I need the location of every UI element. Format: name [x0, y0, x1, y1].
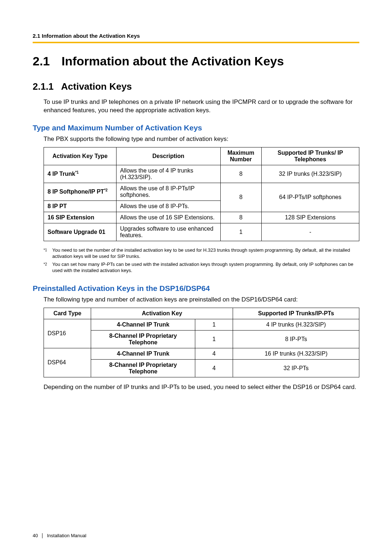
key-type-label: 8 IP Softphone/IP PT — [48, 189, 104, 195]
blue-heading-1: Type and Maximum Number of Activation Ke… — [33, 123, 359, 132]
supported-cell: 4 IP trunks (H.323/SIP) — [233, 319, 359, 330]
supported-cell: 64 IP-PTs/IP softphones — [261, 183, 359, 212]
table-row: 8 IP Softphone/IP PT*2 Allows the use of… — [44, 183, 359, 200]
activation-key-cell: 4-Channel IP Trunk — [91, 319, 195, 330]
intro-paragraph: To use IP trunks and IP telephones on a … — [44, 98, 359, 115]
footnote-marker: *1 — [44, 247, 50, 260]
max-cell: 8 — [220, 165, 261, 183]
key-type-cell: 4 IP Trunk*1 — [44, 165, 117, 183]
blue1-intro: The PBX supports the following type and … — [44, 135, 359, 143]
blue-heading-2: Preinstalled Activation Keys in the DSP1… — [33, 284, 359, 293]
section-title: Information about the Activation Keys — [61, 54, 284, 68]
max-cell: 8 — [220, 212, 261, 223]
manual-name: Installation Manual — [47, 533, 86, 538]
count-cell: 4 — [195, 359, 233, 377]
activation-keys-table: Activation Key Type Description Maximum … — [44, 147, 359, 241]
description-cell: Allows the use of 8 IP-PTs/IP softphones… — [116, 183, 220, 200]
table-header-row: Card Type Activation Key Supported IP Tr… — [44, 308, 359, 319]
section-heading: 2.1 Information about the Activation Key… — [33, 54, 359, 68]
col-header: Card Type — [44, 308, 91, 319]
subsection-heading: 2.1.1 Activation Keys — [33, 81, 359, 92]
description-cell: Allows the use of 16 SIP Extensions. — [116, 212, 220, 223]
col-header: Activation Key — [91, 308, 233, 319]
max-cell: 8 — [220, 183, 261, 212]
blue2-intro: The following type and number of activat… — [44, 296, 359, 304]
table-row: DSP64 4-Channel IP Trunk 4 16 IP trunks … — [44, 348, 359, 359]
subsection-number: 2.1.1 — [33, 81, 59, 92]
footnote-text: You need to set the number of the instal… — [52, 247, 359, 260]
key-type-cell: 16 SIP Extension — [44, 212, 117, 223]
card-type-cell: DSP16 — [44, 319, 91, 348]
supported-cell: 8 IP-PTs — [233, 330, 359, 348]
footnote-ref: *1 — [75, 170, 78, 174]
key-type-cell: Software Upgrade 01 — [44, 223, 117, 241]
footer-divider — [42, 533, 42, 538]
key-type-label: 4 IP Trunk — [48, 171, 75, 177]
footnote-marker: *2 — [44, 261, 50, 274]
table-row: 8-Channel IP Proprietary Telephone 1 8 I… — [44, 330, 359, 348]
supported-cell: 16 IP trunks (H.323/SIP) — [233, 348, 359, 359]
description-cell: Allows the use of 4 IP trunks (H.323/SIP… — [116, 165, 220, 183]
supported-cell: 32 IP-PTs — [233, 359, 359, 377]
key-type-cell: 8 IP PT — [44, 200, 117, 212]
subsection-title: Activation Keys — [61, 81, 132, 92]
closing-paragraph: Depending on the number of IP trunks and… — [44, 383, 359, 392]
running-header: 2.1 Information about the Activation Key… — [33, 33, 359, 39]
count-cell: 1 — [195, 319, 233, 330]
footnote-ref: *2 — [104, 188, 107, 192]
key-type-cell: 8 IP Softphone/IP PT*2 — [44, 183, 117, 200]
col-header: Maximum Number — [220, 147, 261, 165]
table-row: 16 SIP Extension Allows the use of 16 SI… — [44, 212, 359, 223]
table-row: DSP16 4-Channel IP Trunk 1 4 IP trunks (… — [44, 319, 359, 330]
col-header: Activation Key Type — [44, 147, 117, 165]
section-number: 2.1 — [33, 54, 58, 68]
supported-cell: 32 IP trunks (H.323/SIP) — [261, 165, 359, 183]
activation-key-cell: 8-Channel IP Proprietary Telephone — [91, 330, 195, 348]
table-header-row: Activation Key Type Description Maximum … — [44, 147, 359, 165]
activation-key-cell: 8-Channel IP Proprietary Telephone — [91, 359, 195, 377]
table-row: 4 IP Trunk*1 Allows the use of 4 IP trun… — [44, 165, 359, 183]
footnotes-block: *1 You need to set the number of the ins… — [44, 247, 359, 274]
description-cell: Upgrades software to use enhanced featur… — [116, 223, 220, 241]
supported-cell: - — [261, 223, 359, 241]
table-row: 8-Channel IP Proprietary Telephone 4 32 … — [44, 359, 359, 377]
preinstalled-keys-table: Card Type Activation Key Supported IP Tr… — [44, 308, 359, 377]
count-cell: 1 — [195, 330, 233, 348]
supported-cell: 128 SIP Extensions — [261, 212, 359, 223]
footnote-text: You can set how many IP-PTs can be used … — [52, 261, 359, 274]
activation-key-cell: 4-Channel IP Trunk — [91, 348, 195, 359]
description-cell: Allows the use of 8 IP-PTs. — [116, 200, 220, 212]
count-cell: 4 — [195, 348, 233, 359]
page-number: 40 — [33, 533, 38, 538]
header-rule — [33, 42, 359, 43]
max-cell: 1 — [220, 223, 261, 241]
col-header: Supported IP Trunks/ IP Telephones — [261, 147, 359, 165]
col-header: Supported IP Trunks/IP-PTs — [233, 308, 359, 319]
card-type-cell: DSP64 — [44, 348, 91, 377]
col-header: Description — [116, 147, 220, 165]
footnote: *1 You need to set the number of the ins… — [44, 247, 359, 260]
table-row: Software Upgrade 01 Upgrades software to… — [44, 223, 359, 241]
footnote: *2 You can set how many IP-PTs can be us… — [44, 261, 359, 274]
page-footer: 40 Installation Manual — [33, 533, 86, 538]
